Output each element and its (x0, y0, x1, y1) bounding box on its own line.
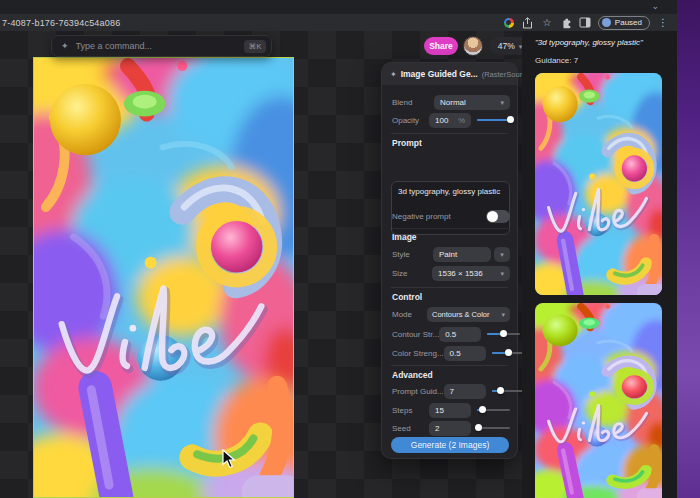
size-label: Size (392, 269, 408, 278)
prompt-guidance-slider[interactable] (492, 387, 525, 395)
style-dropdown[interactable]: Paint (433, 247, 491, 262)
negative-prompt-label: Negative prompt (392, 212, 451, 221)
mode-value: Contours & Color (432, 310, 490, 319)
command-input[interactable] (76, 41, 245, 51)
blend-label: Blend (392, 98, 412, 107)
style-label: Style (392, 250, 410, 259)
blend-value: Normal (440, 98, 466, 107)
control-section-title: Control (392, 292, 422, 302)
browser-window: ⌄ 7-4087-b176-76394c54a086 ☆ (0, 0, 677, 498)
properties-panel-header[interactable]: ✦ Image Guided Ge... (RasterSourceLayer) (382, 63, 517, 85)
color-strength-value: 0.5 (450, 349, 461, 358)
size-row: Size 1536 × 1536 ▾ (392, 265, 510, 281)
paused-label: Paused (615, 18, 642, 27)
share-page-icon[interactable] (522, 17, 534, 29)
generated-image (535, 73, 662, 295)
prompt-guidance-row: Prompt Guid... 7 (392, 383, 510, 399)
steps-slider[interactable] (477, 406, 510, 414)
generation-thumbnail-1[interactable] (535, 73, 662, 295)
paused-badge[interactable]: Paused (598, 16, 650, 30)
control-section-header: Control (392, 291, 510, 303)
prompt-label: Prompt (392, 138, 422, 148)
size-dropdown[interactable]: 1536 × 1536 ▾ (432, 266, 510, 281)
canvas-workspace[interactable]: ✦ ⌘K Share 47% ▾ ✦ Image Guided Ge... (R… (0, 31, 677, 498)
browser-menu-icon[interactable]: ⋮ (657, 17, 669, 29)
color-strength-input[interactable]: 0.5 (444, 346, 486, 361)
mouse-cursor (222, 449, 236, 469)
artwork-image (34, 58, 293, 497)
prompt-label-row: Prompt (392, 137, 510, 149)
chevron-down-icon: ▾ (501, 311, 505, 318)
seed-slider[interactable] (477, 424, 510, 432)
properties-panel: ✦ Image Guided Ge... (RasterSourceLayer)… (381, 62, 518, 459)
canvas-artwork-layer[interactable] (33, 57, 294, 498)
opacity-value: 100 (435, 116, 448, 125)
contour-strength-value: 0.5 (445, 330, 456, 339)
mode-dropdown[interactable]: Contours & Color ▾ (427, 307, 510, 322)
sparkle-icon: ✦ (61, 41, 69, 51)
divider (391, 133, 508, 134)
image-section-title: Image (392, 232, 417, 242)
command-bar[interactable]: ✦ ⌘K (51, 35, 272, 57)
generated-image (535, 303, 662, 498)
negative-prompt-toggle[interactable] (486, 210, 510, 223)
chevron-down-icon[interactable]: ⌄ (651, 1, 659, 11)
advanced-section-title: Advanced (392, 370, 433, 380)
opacity-row: Opacity 100 % (392, 112, 510, 128)
mode-label: Mode (392, 310, 412, 319)
desktop-wallpaper (677, 0, 700, 498)
opacity-slider[interactable] (477, 116, 510, 124)
opacity-suffix: % (458, 116, 465, 125)
zoom-level-value: 47% (498, 41, 515, 51)
blend-row: Blend Normal ▾ (392, 94, 510, 110)
bookmark-star-icon[interactable]: ☆ (541, 17, 553, 29)
divider (391, 228, 508, 229)
url-text[interactable]: 7-4087-b176-76394c54a086 (0, 18, 120, 28)
seed-row: Seed 2 (392, 420, 510, 436)
screen: ⌄ 7-4087-b176-76394c54a086 ☆ (0, 0, 700, 498)
share-button[interactable]: Share (424, 37, 458, 55)
opacity-input[interactable]: 100 % (429, 113, 471, 128)
color-strength-slider[interactable] (492, 349, 525, 357)
sidebar-toggle-icon[interactable] (579, 17, 591, 29)
contour-strength-input[interactable]: 0.5 (439, 327, 481, 342)
seed-value: 2 (435, 424, 439, 433)
layer-icon: ✦ (390, 70, 397, 79)
chevron-down-icon: ▾ (500, 251, 504, 258)
style-expand-button[interactable]: ▾ (494, 247, 510, 262)
command-shortcut-badge: ⌘K (244, 40, 266, 53)
extensions-puzzle-icon[interactable] (560, 17, 572, 29)
color-strength-row: Color Streng... 0.5 (392, 345, 510, 361)
negative-prompt-row: Negative prompt (392, 208, 510, 224)
panel-title: Image Guided Ge... (401, 69, 478, 79)
generations-guidance: Guidance: 7 (535, 56, 578, 65)
contour-strength-row: Contour Str... 0.5 (392, 326, 510, 342)
paused-status-icon (602, 18, 611, 27)
style-row: Style Paint ▾ (392, 246, 510, 262)
image-section-header: Image (392, 231, 510, 243)
generation-thumbnail-2[interactable] (535, 303, 662, 498)
prompt-guidance-input[interactable]: 7 (444, 384, 486, 399)
divider (391, 287, 508, 288)
steps-value: 15 (435, 406, 444, 415)
size-value: 1536 × 1536 (438, 269, 483, 278)
chevron-down-icon: ▾ (500, 270, 504, 277)
contour-strength-label: Contour Str... (392, 330, 439, 339)
steps-label: Steps (392, 406, 412, 415)
contour-strength-slider[interactable] (487, 330, 520, 338)
chevron-down-icon: ▾ (500, 99, 504, 106)
blend-dropdown[interactable]: Normal ▾ (434, 95, 510, 110)
google-profile-icon[interactable] (503, 17, 515, 29)
steps-row: Steps 15 (392, 402, 510, 418)
seed-input[interactable]: 2 (429, 421, 471, 436)
user-avatar[interactable] (463, 36, 483, 56)
browser-actions: ☆ Paused ⋮ (503, 14, 669, 31)
generations-prompt-title: "3d typography, glossy plastic" (535, 38, 643, 47)
prompt-guidance-label: Prompt Guid... (392, 387, 444, 396)
seed-label: Seed (392, 424, 411, 433)
generate-button[interactable]: Generate (2 Images) (391, 437, 509, 453)
steps-input[interactable]: 15 (429, 403, 471, 418)
style-value: Paint (439, 250, 457, 259)
opacity-label: Opacity (392, 116, 419, 125)
divider (391, 365, 508, 366)
